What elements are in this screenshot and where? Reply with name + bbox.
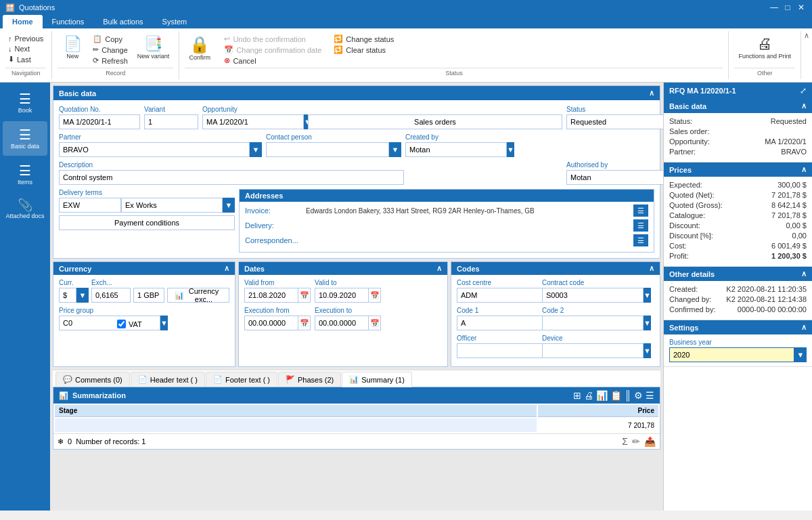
- sidebar-item-basic-data[interactable]: ☰ Basic data: [3, 121, 47, 156]
- sum-sigma-btn[interactable]: Σ: [622, 436, 628, 447]
- sum-chart-btn[interactable]: 📊: [596, 390, 608, 401]
- tab-comments[interactable]: 💬 Comments (0): [55, 372, 130, 387]
- tab-bulk-actions[interactable]: Bulk actions: [93, 15, 152, 28]
- ribbon-group-other: 🖨 Functions and Print Other: [729, 31, 801, 79]
- tab-functions[interactable]: Functions: [43, 15, 94, 28]
- price-group-dropdown[interactable]: ▼: [160, 316, 168, 330]
- cancel-button[interactable]: ⊗ Cancel: [221, 56, 324, 66]
- delivery-terms-dropdown[interactable]: ▼: [223, 198, 235, 213]
- contract-code-dropdown[interactable]: ▼: [644, 288, 651, 303]
- valid-from-calendar[interactable]: 📅: [298, 288, 311, 303]
- maximize-button[interactable]: □: [782, 2, 793, 13]
- new-button[interactable]: 📄 New: [58, 34, 87, 62]
- change-button[interactable]: ✏ Change: [90, 45, 131, 55]
- last-button[interactable]: ⬇ Last: [5, 54, 46, 64]
- variant-input[interactable]: [144, 114, 198, 129]
- right-other-details-header[interactable]: Other details ∧: [664, 267, 812, 281]
- gbp-input[interactable]: [133, 288, 164, 303]
- vat-checkbox[interactable]: [117, 320, 126, 328]
- valid-to-calendar[interactable]: 📅: [369, 288, 381, 303]
- summarization-header[interactable]: 📊 Summarization ⊞ 🖨 📊 📋 ║ ⚙ ☰: [53, 387, 660, 404]
- tab-header-text[interactable]: 📄 Header text ( ): [131, 372, 205, 387]
- change-confirmation-date-button[interactable]: 📅 Change confirmation date: [221, 45, 324, 55]
- clear-status-button[interactable]: 🔁 Clear status: [331, 45, 397, 55]
- currency-dropdown[interactable]: ▼: [76, 288, 89, 303]
- tab-footer-text[interactable]: 📄 Footer text ( ): [206, 372, 277, 387]
- undo-confirmation-button[interactable]: ↩ Undo the confirmation: [221, 34, 324, 44]
- currency-exc-button[interactable]: 📊 Currency exc...: [167, 288, 229, 303]
- device-dropdown[interactable]: ▼: [644, 343, 651, 358]
- sum-edit-btn[interactable]: ✏: [632, 436, 640, 447]
- sum-export-btn[interactable]: 📋: [610, 390, 622, 401]
- code2-input[interactable]: [542, 316, 644, 330]
- dates-header[interactable]: Dates ∧: [239, 262, 447, 275]
- tab-summary[interactable]: 📊 Summary (1): [342, 372, 412, 387]
- partner-dropdown[interactable]: ▼: [250, 142, 262, 157]
- refresh-button[interactable]: ⟳ Refresh: [90, 56, 131, 66]
- delivery-terms-input[interactable]: [59, 198, 121, 213]
- contact-person-input[interactable]: [266, 142, 389, 157]
- delivery-terms-text-input[interactable]: [121, 198, 223, 213]
- valid-from-input[interactable]: [244, 288, 298, 303]
- opportunity-input[interactable]: [202, 114, 304, 129]
- change-status-button[interactable]: 🔁 Change status: [331, 34, 397, 44]
- currency-input[interactable]: [59, 288, 76, 303]
- undo-icon: ↩: [224, 35, 230, 43]
- sales-orders-button[interactable]: Sales orders: [308, 114, 562, 129]
- description-input[interactable]: [59, 170, 404, 185]
- sum-hierarchy-btn[interactable]: ⊞: [573, 390, 581, 401]
- exec-from-calendar[interactable]: 📅: [298, 316, 311, 330]
- right-basic-data-header[interactable]: Basic data ∧: [664, 99, 812, 113]
- confirm-button[interactable]: 🔒 Confirm: [185, 34, 215, 63]
- valid-to-input[interactable]: [315, 288, 369, 303]
- code2-dropdown[interactable]: ▼: [644, 316, 651, 330]
- sum-menu-btn[interactable]: ☰: [646, 390, 654, 401]
- right-partner-row: Partner: BRAVO: [669, 148, 807, 156]
- right-prices-header[interactable]: Prices ∧: [664, 162, 812, 177]
- codes-header[interactable]: Codes ∧: [451, 262, 660, 275]
- delivery-address-menu[interactable]: ☰: [633, 219, 648, 232]
- authorised-by-input[interactable]: [566, 170, 663, 185]
- ribbon-collapse-button[interactable]: ∧: [801, 31, 812, 40]
- business-year-dropdown[interactable]: ▼: [794, 347, 807, 362]
- right-panel-expand-btn[interactable]: ⤢: [800, 86, 807, 95]
- right-changed-row: Changed by: K2 2020-08-21 12:14:38: [669, 295, 807, 303]
- tab-system[interactable]: System: [153, 15, 197, 28]
- new-variant-button[interactable]: 📑 New variant: [133, 34, 174, 62]
- currency-header[interactable]: Currency ∧: [53, 262, 235, 275]
- sidebar-item-items[interactable]: ☰ Items: [3, 157, 47, 192]
- exec-to-input[interactable]: [315, 316, 369, 330]
- created-by-input[interactable]: [405, 142, 507, 157]
- basic-data-header[interactable]: Basic data ∧: [53, 86, 660, 100]
- sum-print-btn[interactable]: 🖨: [584, 390, 593, 401]
- right-settings-header[interactable]: Settings ∧: [664, 320, 812, 334]
- contract-code-input[interactable]: [542, 288, 644, 303]
- copy-button[interactable]: 📋 Copy: [90, 34, 131, 44]
- sidebar-item-book[interactable]: ☰ Book: [3, 85, 47, 120]
- sum-settings-btn[interactable]: ⚙: [634, 390, 643, 401]
- status-input[interactable]: [566, 114, 663, 129]
- next-button[interactable]: ↓ Next: [5, 44, 46, 53]
- previous-button[interactable]: ↑ Previous: [5, 34, 46, 43]
- sum-export2-btn[interactable]: 📤: [644, 436, 656, 447]
- exec-to-calendar[interactable]: 📅: [369, 316, 381, 330]
- sum-bar-btn[interactable]: ║: [625, 390, 631, 401]
- tab-phases[interactable]: 🚩 Phases (2): [278, 372, 341, 387]
- close-button[interactable]: ✕: [796, 2, 807, 13]
- minimize-button[interactable]: —: [769, 2, 780, 13]
- exchange-input[interactable]: [91, 288, 131, 303]
- created-by-dropdown[interactable]: ▼: [507, 142, 514, 157]
- functions-print-button[interactable]: 🖨 Functions and Print: [734, 34, 795, 62]
- contact-dropdown[interactable]: ▼: [389, 142, 401, 157]
- quotation-no-input[interactable]: [59, 114, 140, 129]
- invoice-address-menu[interactable]: ☰: [633, 204, 648, 217]
- payment-conditions-button[interactable]: Payment conditions: [59, 215, 235, 230]
- business-year-input[interactable]: [669, 347, 794, 362]
- correspond-address-menu[interactable]: ☰: [633, 234, 648, 246]
- sidebar-item-attached-docs[interactable]: 📎 Attached docs: [3, 192, 47, 225]
- price-group-input[interactable]: [59, 316, 160, 330]
- tab-home[interactable]: Home: [3, 15, 43, 28]
- exec-from-input[interactable]: [244, 316, 298, 330]
- partner-input[interactable]: [59, 142, 250, 157]
- device-input[interactable]: [542, 343, 644, 358]
